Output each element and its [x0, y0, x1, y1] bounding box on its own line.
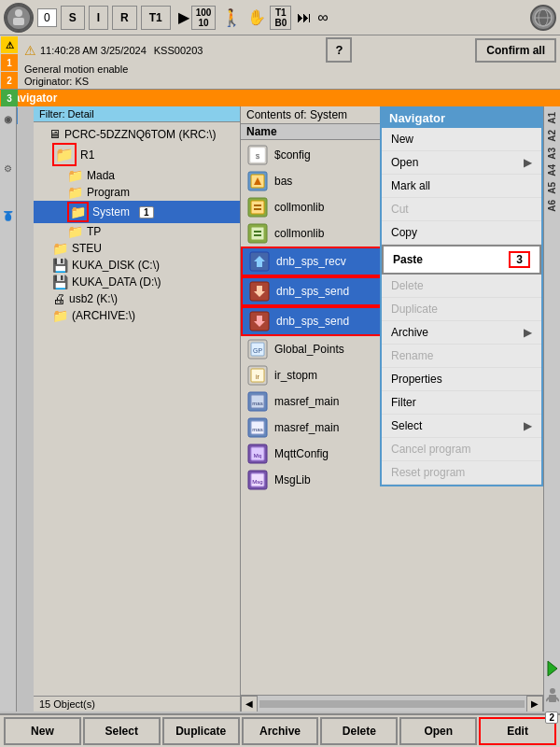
context-menu-reset-program: Reset program: [382, 461, 541, 485]
context-menu-header: Navigator: [382, 108, 541, 128]
right-side-panel: A1 A2 A3 A4 A5 A6: [543, 106, 560, 712]
tree-item-usb[interactable]: 🖨 usb2 (K:\): [34, 290, 240, 307]
btn-duplicate[interactable]: Duplicate: [162, 717, 240, 745]
alert-code: KSS00203: [154, 45, 203, 56]
play-side-btn[interactable]: [546, 659, 559, 681]
btn-edit[interactable]: Edit 2: [479, 717, 556, 745]
left-panel-icon3: 👤: [3, 211, 13, 222]
robot-status-icon: [4, 3, 34, 33]
side-label-a6: A6: [545, 198, 559, 214]
context-menu-select[interactable]: Select ▶: [382, 415, 541, 438]
folder-icon-steu: 📁: [52, 241, 68, 256]
context-menu-paste[interactable]: Paste 3: [382, 245, 541, 275]
tree-item-mada[interactable]: 📁 Mada: [34, 167, 240, 184]
svg-text:Msg: Msg: [252, 479, 262, 485]
tree-area[interactable]: 🖥 PCRC-5DZZNQ6TOM (KRC:\) 📁 R1 📁 Mada 📁 …: [34, 122, 240, 696]
file-icon-config: $: [246, 144, 269, 166]
main-area: ◉ ⚙ 👤 Filter: Detail 🖥 PCRC-5DZZNQ6TOM (…: [0, 106, 560, 712]
context-menu-copy[interactable]: Copy: [382, 221, 541, 245]
confirm-all-button[interactable]: Confirm all: [475, 38, 556, 63]
tree-item-steu[interactable]: 📁 STEU: [34, 240, 240, 257]
btn-new[interactable]: New: [4, 717, 81, 745]
svg-text:Mq: Mq: [254, 453, 261, 458]
left-side-panel: ◉ ⚙ 👤: [0, 106, 17, 712]
top-toolbar: 0 S I R T1 ▶ 100 10 🚶 ✋ T1 B0 ⏭ ∞: [0, 0, 560, 35]
select-arrow: ▶: [524, 419, 532, 432]
indicator-2: 2: [1, 72, 18, 89]
btn-delete[interactable]: Delete: [320, 717, 398, 745]
badge-3: 3: [509, 251, 530, 268]
btn-select[interactable]: Select: [83, 717, 161, 745]
btn-open[interactable]: Open: [399, 717, 477, 745]
context-menu-properties[interactable]: Properties: [382, 368, 541, 391]
context-menu-delete: Delete: [382, 275, 541, 298]
walk-icon: 🚶: [221, 7, 242, 28]
context-menu-mark-all[interactable]: Mark all: [382, 175, 541, 198]
drive-icon-usb: 🖨: [52, 291, 65, 306]
scroll-right-btn[interactable]: ▶: [526, 696, 543, 712]
file-icon-global: GP: [246, 338, 269, 360]
tree-item-program[interactable]: 📁 Program: [34, 184, 240, 201]
svg-text:$: $: [256, 152, 260, 161]
tree-item-r1[interactable]: 📁 R1: [34, 142, 240, 167]
open-arrow: ▶: [524, 156, 532, 169]
file-icon-dnb-send1: [248, 280, 271, 303]
alert-time: 11:40:28 AM 3/25/2024: [40, 45, 147, 56]
fast-forward-icon: ⏭: [297, 9, 312, 26]
scroll-left-btn[interactable]: ◀: [241, 696, 258, 712]
alert-row: ⚠ 11:40:28 AM 3/25/2024 KSS00203 ? Confi…: [24, 37, 556, 63]
context-menu-open[interactable]: Open ▶: [382, 151, 541, 175]
svg-rect-46: [549, 695, 556, 702]
folder-icon-program: 📁: [67, 185, 83, 200]
file-icon-dnb-send2: [248, 310, 271, 332]
file-icon-masref1: mas: [246, 390, 269, 413]
tree-item-kuka-disk[interactable]: 💾 KUKA_DISK (C:\): [34, 257, 240, 274]
svg-point-45: [550, 688, 555, 694]
tree-item-kuka-data[interactable]: 💾 KUKA_DATA (D:\): [34, 274, 240, 290]
svg-point-1: [15, 9, 22, 17]
context-menu-new[interactable]: New: [382, 128, 541, 151]
file-icon-bas: [246, 170, 269, 192]
tree-item-archive[interactable]: 📁 (ARCHIVE:\): [34, 307, 240, 324]
network-icon: [530, 5, 556, 31]
question-button[interactable]: ?: [326, 37, 352, 63]
drive-icon-d: 💾: [52, 275, 68, 289]
filter-bar: Filter: Detail: [34, 106, 240, 122]
side-label-a3: A3: [545, 146, 559, 162]
svg-marker-44: [548, 661, 557, 676]
btn-s[interactable]: S: [61, 6, 85, 30]
context-menu-archive[interactable]: Archive ▶: [382, 321, 541, 345]
speed-display: 100 10: [191, 6, 217, 30]
btn-i[interactable]: I: [89, 6, 108, 30]
folder-icon-mada: 📁: [67, 168, 83, 183]
tree-root[interactable]: 🖥 PCRC-5DZZNQ6TOM (KRC:\): [34, 126, 240, 142]
side-label-a4: A4: [545, 162, 559, 178]
svg-text:mas: mas: [252, 427, 262, 432]
svg-text:ir: ir: [256, 374, 260, 380]
scroll-track[interactable]: [259, 700, 525, 708]
warning-icon: ⚠: [24, 43, 36, 58]
svg-line-48: [556, 698, 559, 701]
svg-text:mas: mas: [252, 401, 262, 406]
context-menu-cut: Cut: [382, 198, 541, 221]
btn-archive[interactable]: Archive: [242, 717, 319, 745]
svg-line-47: [546, 698, 549, 701]
context-menu-duplicate: Duplicate: [382, 298, 541, 321]
side-label-a5: A5: [545, 180, 559, 196]
folder-icon-r1: 📁: [52, 143, 77, 166]
tree-item-tp[interactable]: 📁 TP: [34, 223, 240, 240]
tree-item-system[interactable]: 📁 System 1: [34, 201, 240, 223]
infinity-icon: ∞: [317, 9, 328, 26]
counter-display: 0: [37, 8, 57, 27]
horizontal-scrollbar[interactable]: ◀ ▶: [241, 695, 543, 712]
bottom-toolbar: New Select Duplicate Archive Delete Open…: [0, 713, 560, 747]
left-panel-label: ◉: [3, 116, 13, 126]
context-menu-filter[interactable]: Filter: [382, 391, 541, 415]
drive-icon-c: 💾: [52, 258, 68, 273]
indicator-1: 1: [1, 54, 18, 71]
file-icon-mqtt: Mq: [246, 443, 269, 465]
btn-r[interactable]: R: [112, 6, 137, 30]
play-icon: ▶: [178, 8, 189, 26]
folder-icon-tp: 📁: [67, 224, 83, 239]
btn-t1[interactable]: T1: [141, 6, 171, 30]
